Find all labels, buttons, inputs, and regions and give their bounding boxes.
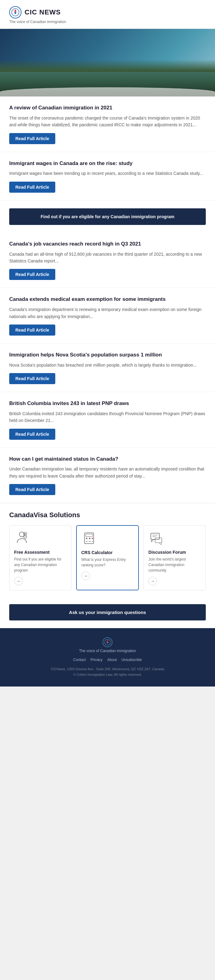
article-4-section: Canada extends medical exam exemption fo…	[0, 288, 215, 344]
solution-card-free-assessment[interactable]: Free Assessment Find out if you are elig…	[9, 525, 72, 590]
footer-unsubscribe-link[interactable]: Unsubscribe	[121, 658, 142, 662]
logo-row: CIC NEWS	[9, 6, 206, 18]
article-3-excerpt: Canada had an all-time high of 912,600 j…	[9, 251, 206, 264]
logo-tagline: The voice of Canadian immigration	[9, 20, 206, 24]
article-5-section: Immigration helps Nova Scotia's populati…	[0, 344, 215, 392]
footer-contact-link[interactable]: Contact	[73, 658, 86, 662]
solutions-title: CanadaVisa Solutions	[9, 511, 206, 519]
footer-privacy-link[interactable]: Privacy	[90, 658, 102, 662]
solution-card-crs-calculator[interactable]: CRS Calculator What is your Express Entr…	[76, 525, 139, 590]
crs-calculator-desc: What is your Express Entry ranking score…	[81, 557, 134, 568]
cta-banner-wrapper: Find out if you are eligible for any Can…	[0, 200, 215, 232]
article-3-title: Canada's job vacancies reach record high…	[9, 240, 206, 248]
crs-calculator-arrow[interactable]: →	[81, 571, 90, 580]
hero-image	[0, 29, 215, 97]
footer-links: Contact Privacy About Unsubscribe	[9, 658, 206, 662]
footer-logo-icon	[103, 637, 112, 647]
svg-marker-2	[14, 9, 17, 12]
crs-calculator-title: CRS Calculator	[81, 550, 134, 555]
article-7-read-button[interactable]: Read Full Article	[9, 484, 55, 495]
free-assessment-arrow[interactable]: →	[14, 577, 23, 585]
article-6-section: British Columbia invites 243 in latest P…	[0, 392, 215, 448]
svg-point-3	[14, 12, 16, 14]
article-3-section: Canada's job vacancies reach record high…	[0, 232, 215, 288]
article-2-section: Immigrant wages in Canada are on the ris…	[0, 152, 215, 200]
article-2-excerpt: Immigrant wages have been trending up in…	[9, 170, 206, 177]
free-assessment-title: Free Assessment	[14, 550, 67, 555]
svg-marker-27	[107, 640, 108, 642]
footer-tagline: The voice of Canadian immigration	[9, 649, 206, 653]
svg-point-28	[107, 642, 108, 643]
footer: The voice of Canadian immigration Contac…	[0, 628, 215, 687]
solutions-grid: Free Assessment Find out if you are elig…	[9, 525, 206, 590]
article-1-section: A review of Canadian immigration in 2021…	[0, 97, 215, 152]
article-5-excerpt: Nova Scotia's population has breached on…	[9, 362, 206, 369]
footer-address: CICNews, 1303 Greene Ave., Suite 200, We…	[9, 667, 206, 677]
cta-banner-text: Find out if you are eligible for any Can…	[41, 214, 174, 219]
article-1-excerpt: The onset of the coronavirus pandemic ch…	[9, 115, 206, 129]
free-assessment-desc: Find out if you are eligible for any Can…	[14, 557, 67, 573]
svg-rect-22	[155, 538, 162, 543]
ask-btn-wrapper: Ask us your immigration questions	[0, 604, 215, 628]
discussion-forum-desc: Join the world's largest Canadian immigr…	[148, 557, 201, 573]
discussion-forum-title: Discussion Forum	[148, 550, 201, 555]
article-6-read-button[interactable]: Read Full Article	[9, 429, 55, 440]
article-7-title: How can I get maintained status in Canad…	[9, 455, 206, 463]
article-5-read-button[interactable]: Read Full Article	[9, 373, 55, 384]
article-2-title: Immigrant wages in Canada are on the ris…	[9, 160, 206, 167]
person-icon	[14, 530, 29, 546]
svg-point-4	[19, 532, 24, 537]
article-1-read-button[interactable]: Read Full Article	[9, 133, 55, 144]
cic-logo-icon	[9, 6, 21, 18]
ask-button[interactable]: Ask us your immigration questions	[9, 604, 206, 620]
article-2-read-button[interactable]: Read Full Article	[9, 181, 55, 192]
solution-card-discussion-forum[interactable]: Discussion Forum Join the world's larges…	[143, 525, 206, 590]
article-4-title: Canada extends medical exam exemption fo…	[9, 296, 206, 303]
footer-about-link[interactable]: About	[107, 658, 117, 662]
logo-text: CIC NEWS	[25, 8, 61, 16]
article-6-title: British Columbia invites 243 in latest P…	[9, 400, 206, 407]
header: CIC NEWS The voice of Canadian immigrati…	[0, 0, 215, 29]
article-7-excerpt: Under Canadian immigration law, all temp…	[9, 466, 206, 479]
forum-icon	[148, 530, 164, 546]
calculator-icon	[81, 530, 97, 546]
footer-logo-row	[9, 637, 206, 647]
discussion-forum-arrow[interactable]: →	[148, 577, 157, 585]
article-3-read-button[interactable]: Read Full Article	[9, 269, 55, 280]
article-1-title: A review of Canadian immigration in 2021	[9, 104, 206, 111]
article-4-read-button[interactable]: Read Full Article	[9, 325, 55, 336]
cta-banner[interactable]: Find out if you are eligible for any Can…	[9, 208, 206, 225]
article-7-section: How can I get maintained status in Canad…	[0, 448, 215, 503]
article-4-excerpt: Canada's immigration department is renew…	[9, 306, 206, 320]
article-6-excerpt: British Columbia invited 243 immigration…	[9, 410, 206, 424]
svg-rect-11	[86, 534, 92, 536]
article-5-title: Immigration helps Nova Scotia's populati…	[9, 351, 206, 359]
solutions-section: CanadaVisa Solutions Free Assessment Fin…	[0, 503, 215, 604]
